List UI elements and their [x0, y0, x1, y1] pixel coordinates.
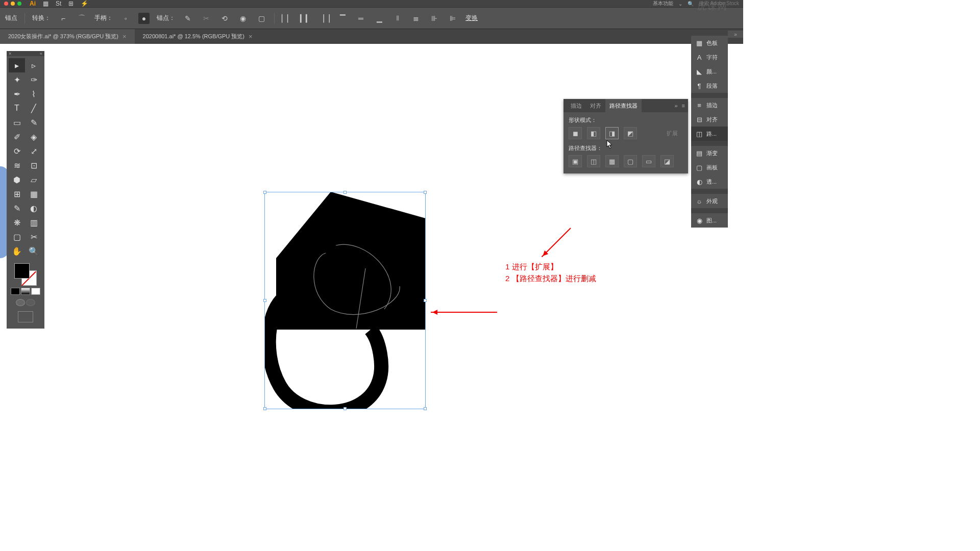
convert-corner-icon[interactable]: ⌐ — [58, 13, 69, 24]
transform-link[interactable]: 变换 — [465, 14, 478, 22]
crop-icon[interactable]: ▢ — [256, 13, 267, 24]
minimize-icon[interactable] — [11, 2, 15, 6]
intersect-icon[interactable]: ◨ — [605, 127, 619, 139]
direct-selection-tool[interactable]: ▹ — [26, 58, 42, 72]
align-top-icon[interactable]: ▔ — [337, 13, 348, 24]
minus-back-icon[interactable]: ◪ — [660, 155, 674, 167]
resize-handle[interactable] — [263, 191, 266, 194]
collapse-icon[interactable]: « — [40, 51, 42, 56]
handle-show-icon[interactable]: ◦ — [120, 13, 131, 24]
distribute-v-icon[interactable]: ≣ — [410, 13, 422, 24]
graph-tool[interactable]: ▥ — [26, 215, 42, 230]
symbol-sprayer-tool[interactable]: ❋ — [9, 215, 25, 230]
eyedropper-tool[interactable]: ✎ — [9, 201, 25, 215]
eraser-tool[interactable]: ◈ — [26, 130, 42, 144]
mesh-tool[interactable]: ⊞ — [9, 187, 25, 201]
tab-stroke[interactable]: 描边 — [567, 99, 586, 112]
menu-icon[interactable]: ≡ — [682, 103, 685, 109]
none-mode-icon[interactable] — [31, 288, 40, 295]
dock-transparency[interactable]: ◐透... — [691, 174, 728, 189]
toolbox-header[interactable]: ×« — [7, 51, 44, 56]
dock-appearance[interactable]: ☼外观 — [691, 194, 728, 208]
handle-hide-icon[interactable]: ● — [138, 13, 150, 24]
fill-swatch[interactable] — [14, 263, 30, 279]
expand-button[interactable]: 扩展 — [662, 129, 683, 138]
lasso-tool[interactable]: ✑ — [26, 72, 42, 87]
dock-artboards[interactable]: ▢画板 — [691, 160, 728, 174]
paintbrush-tool[interactable]: ✎ — [26, 115, 42, 130]
color-mode-icon[interactable] — [11, 288, 20, 295]
rectangle-tool[interactable]: ▭ — [9, 115, 25, 130]
dock-swatches[interactable]: ▦色板 — [691, 36, 728, 50]
artboard-tool[interactable]: ▢ — [9, 230, 25, 244]
convert-smooth-icon[interactable]: ⌒ — [76, 13, 87, 24]
close-icon[interactable]: × — [122, 33, 127, 40]
connect-icon[interactable]: ⟲ — [219, 13, 230, 24]
screen-mode-icon[interactable] — [18, 311, 33, 322]
workspace-selector[interactable]: 基本功能 — [653, 0, 673, 7]
tab-align[interactable]: 对齐 — [586, 99, 605, 112]
crop-icon[interactable]: ▢ — [624, 155, 637, 167]
stock-icon[interactable]: St — [56, 0, 61, 7]
cut-path-icon[interactable]: ✂ — [201, 13, 212, 24]
perspective-tool[interactable]: ▱ — [26, 172, 42, 187]
close-icon[interactable]: × — [9, 51, 11, 56]
align-right-icon[interactable]: ▕▕ — [318, 13, 330, 24]
resize-handle[interactable] — [424, 407, 427, 410]
free-transform-tool[interactable]: ⊡ — [26, 158, 42, 172]
exclude-icon[interactable]: ◩ — [624, 127, 637, 139]
resize-handle[interactable] — [263, 407, 266, 410]
remove-anchor-icon[interactable]: ✎ — [182, 13, 193, 24]
divide-icon[interactable]: ▣ — [569, 155, 582, 167]
draw-behind-icon[interactable] — [26, 299, 35, 306]
distribute-vspace-icon[interactable]: ⊫ — [447, 13, 458, 24]
arrange-icon[interactable]: ⊞ — [68, 0, 74, 7]
trim-icon[interactable]: ◫ — [587, 155, 600, 167]
merge-icon[interactable]: ▦ — [605, 155, 619, 167]
tab-pathfinder[interactable]: 路径查找器 — [605, 99, 642, 112]
pen-tool[interactable]: ✒ — [9, 87, 25, 101]
resize-handle[interactable] — [424, 191, 427, 194]
blend-tool[interactable]: ◐ — [26, 201, 42, 215]
gradient-mode-icon[interactable] — [21, 288, 30, 295]
expand-panels-icon[interactable]: » — [728, 31, 743, 38]
resize-handle[interactable] — [344, 191, 347, 194]
zoom-tool[interactable]: 🔍 — [26, 244, 42, 258]
dock-color[interactable]: ◣颜... — [691, 64, 728, 79]
line-tool[interactable]: ╱ — [26, 101, 42, 115]
resize-handle[interactable] — [263, 299, 266, 302]
gradient-tool[interactable]: ▦ — [26, 187, 42, 201]
distribute-h-icon[interactable]: ⫴ — [392, 13, 403, 24]
draw-normal-icon[interactable] — [16, 299, 25, 306]
dock-character[interactable]: A字符 — [691, 50, 728, 64]
document-tab-1[interactable]: 2020女装操作.ai* @ 373% (RGB/GPU 预览) × — [0, 29, 135, 44]
maximize-icon[interactable] — [17, 2, 21, 6]
selection-tool[interactable]: ▸ — [9, 58, 25, 72]
dock-gradient[interactable]: ▤渐变 — [691, 146, 728, 160]
outline-icon[interactable]: ▭ — [642, 155, 655, 167]
dock-graphic-styles[interactable]: ◉图... — [691, 213, 728, 228]
hand-tool[interactable]: ✋ — [9, 244, 25, 258]
dock-align[interactable]: ⊟对齐 — [691, 112, 728, 127]
isolate-icon[interactable]: ◉ — [237, 13, 249, 24]
align-left-icon[interactable]: ▏▏ — [282, 13, 293, 24]
chevron-down-icon[interactable]: ⌄ — [678, 1, 682, 7]
dock-paragraph[interactable]: ¶段落 — [691, 79, 728, 93]
gpu-icon[interactable]: ⚡ — [81, 0, 88, 7]
window-controls[interactable] — [4, 2, 21, 6]
close-icon[interactable] — [4, 2, 8, 6]
width-tool[interactable]: ≋ — [9, 158, 25, 172]
search-icon[interactable]: 🔍 — [688, 1, 694, 7]
resize-handle[interactable] — [424, 299, 427, 302]
align-bottom-icon[interactable]: ▁ — [374, 13, 385, 24]
magic-wand-tool[interactable]: ✦ — [9, 72, 25, 87]
shaper-tool[interactable]: ✐ — [9, 130, 25, 144]
align-hcenter-icon[interactable]: ▎▎ — [300, 13, 311, 24]
unite-icon[interactable]: ◼ — [569, 127, 582, 139]
minus-front-icon[interactable]: ◧ — [587, 127, 600, 139]
type-tool[interactable]: T — [9, 101, 25, 115]
fill-stroke-swatches[interactable] — [7, 260, 44, 325]
shape-builder-tool[interactable]: ⬢ — [9, 172, 25, 187]
dock-stroke[interactable]: ≡描边 — [691, 98, 728, 112]
scale-tool[interactable]: ⤢ — [26, 144, 42, 158]
